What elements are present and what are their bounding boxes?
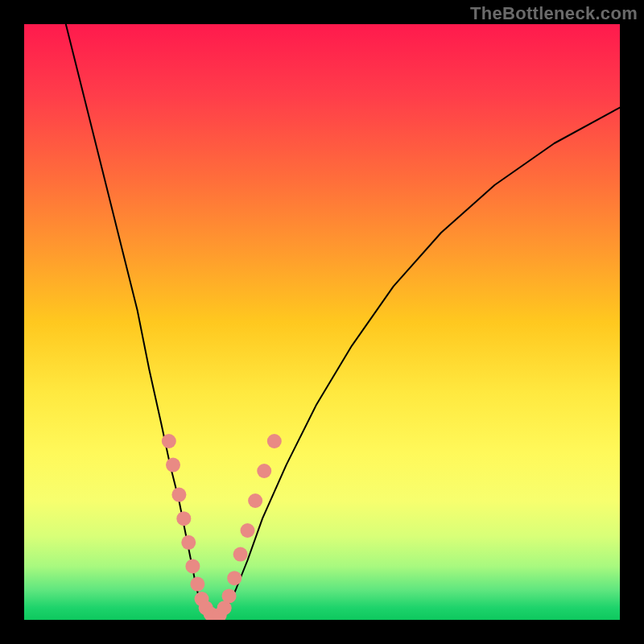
marker-point	[227, 571, 242, 585]
marker-point	[190, 577, 204, 592]
marker-point	[248, 493, 262, 508]
plot-area	[24, 24, 620, 620]
marker-point	[241, 523, 255, 538]
marker-point	[185, 559, 200, 573]
curve-left-curve	[66, 24, 209, 617]
marker-point	[176, 511, 191, 526]
marker-point	[257, 464, 271, 478]
marker-group	[162, 434, 282, 620]
curve-right-curve	[221, 108, 620, 617]
marker-point	[181, 535, 196, 550]
watermark-label: TheBottleneck.com	[470, 3, 638, 24]
marker-point	[162, 434, 176, 448]
marker-point	[233, 547, 248, 562]
marker-point	[267, 434, 282, 448]
marker-point	[166, 458, 180, 473]
marker-point	[222, 588, 237, 603]
chart-svg	[24, 24, 620, 620]
marker-point	[171, 488, 186, 502]
chart-frame: TheBottleneck.com	[0, 0, 644, 644]
curve-group	[66, 24, 620, 618]
